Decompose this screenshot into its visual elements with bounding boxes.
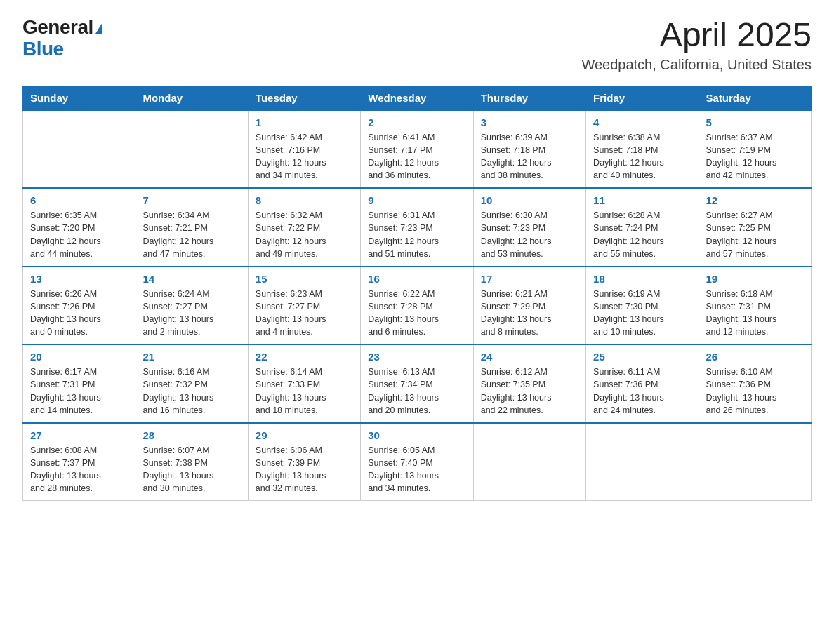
day-info: Sunrise: 6:17 AM Sunset: 7:31 PM Dayligh… (30, 365, 128, 417)
day-info: Sunrise: 6:26 AM Sunset: 7:26 PM Dayligh… (30, 288, 128, 339)
week-row-2: 6Sunrise: 6:35 AM Sunset: 7:20 PM Daylig… (23, 188, 812, 267)
day-info: Sunrise: 6:10 AM Sunset: 7:36 PM Dayligh… (706, 365, 804, 417)
day-cell: 21Sunrise: 6:16 AM Sunset: 7:32 PM Dayli… (135, 344, 248, 423)
day-number: 17 (481, 273, 578, 285)
day-cell: 4Sunrise: 6:38 AM Sunset: 7:18 PM Daylig… (586, 110, 699, 189)
logo-general: General (22, 17, 93, 39)
day-cell: 19Sunrise: 6:18 AM Sunset: 7:31 PM Dayli… (699, 267, 811, 345)
day-info: Sunrise: 6:18 AM Sunset: 7:31 PM Dayligh… (706, 288, 804, 339)
day-number: 6 (30, 194, 128, 206)
day-number: 25 (593, 351, 691, 363)
day-info: Sunrise: 6:16 AM Sunset: 7:32 PM Dayligh… (143, 365, 240, 417)
day-cell: 30Sunrise: 6:05 AM Sunset: 7:40 PM Dayli… (361, 423, 473, 501)
day-cell: 20Sunrise: 6:17 AM Sunset: 7:31 PM Dayli… (23, 344, 135, 423)
day-number: 15 (256, 273, 353, 285)
day-cell: 22Sunrise: 6:14 AM Sunset: 7:33 PM Dayli… (248, 344, 360, 423)
day-info: Sunrise: 6:38 AM Sunset: 7:18 PM Dayligh… (593, 131, 691, 182)
day-info: Sunrise: 6:39 AM Sunset: 7:18 PM Dayligh… (481, 131, 578, 182)
day-info: Sunrise: 6:28 AM Sunset: 7:24 PM Dayligh… (593, 209, 691, 260)
day-number: 13 (30, 273, 128, 285)
day-cell (699, 423, 811, 501)
day-cell: 28Sunrise: 6:07 AM Sunset: 7:38 PM Dayli… (135, 423, 248, 501)
day-cell: 12Sunrise: 6:27 AM Sunset: 7:25 PM Dayli… (699, 188, 811, 267)
day-info: Sunrise: 6:12 AM Sunset: 7:35 PM Dayligh… (481, 365, 578, 417)
day-number: 4 (593, 116, 691, 128)
day-of-week-friday: Friday (586, 86, 699, 110)
day-info: Sunrise: 6:05 AM Sunset: 7:40 PM Dayligh… (368, 444, 465, 495)
day-cell: 16Sunrise: 6:22 AM Sunset: 7:28 PM Dayli… (361, 267, 473, 345)
day-info: Sunrise: 6:07 AM Sunset: 7:38 PM Dayligh… (143, 444, 240, 495)
day-info: Sunrise: 6:13 AM Sunset: 7:34 PM Dayligh… (368, 365, 465, 417)
day-info: Sunrise: 6:32 AM Sunset: 7:22 PM Dayligh… (256, 209, 353, 260)
day-number: 16 (368, 273, 465, 285)
day-info: Sunrise: 6:23 AM Sunset: 7:27 PM Dayligh… (256, 288, 353, 339)
day-number: 12 (706, 194, 804, 206)
day-number: 1 (256, 116, 353, 128)
day-cell: 24Sunrise: 6:12 AM Sunset: 7:35 PM Dayli… (473, 344, 585, 423)
day-info: Sunrise: 6:11 AM Sunset: 7:36 PM Dayligh… (593, 365, 691, 417)
day-cell: 26Sunrise: 6:10 AM Sunset: 7:36 PM Dayli… (699, 344, 811, 423)
month-title: April 2025 (581, 17, 812, 54)
day-number: 28 (143, 429, 240, 441)
day-number: 23 (368, 351, 465, 363)
day-cell (473, 423, 585, 501)
day-cell: 1Sunrise: 6:42 AM Sunset: 7:16 PM Daylig… (248, 110, 360, 189)
day-info: Sunrise: 6:37 AM Sunset: 7:19 PM Dayligh… (706, 131, 804, 182)
day-cell: 15Sunrise: 6:23 AM Sunset: 7:27 PM Dayli… (248, 267, 360, 345)
day-number: 11 (593, 194, 691, 206)
day-info: Sunrise: 6:22 AM Sunset: 7:28 PM Dayligh… (368, 288, 465, 339)
location-title: Weedpatch, California, United States (581, 57, 812, 73)
day-number: 10 (481, 194, 578, 206)
day-cell: 10Sunrise: 6:30 AM Sunset: 7:23 PM Dayli… (473, 188, 585, 267)
day-number: 18 (593, 273, 691, 285)
days-of-week-row: SundayMondayTuesdayWednesdayThursdayFrid… (23, 86, 812, 110)
day-cell: 9Sunrise: 6:31 AM Sunset: 7:23 PM Daylig… (361, 188, 473, 267)
day-number: 26 (706, 351, 804, 363)
day-number: 22 (256, 351, 353, 363)
day-number: 5 (706, 116, 804, 128)
logo-triangle-icon (95, 22, 102, 34)
day-number: 24 (481, 351, 578, 363)
day-info: Sunrise: 6:41 AM Sunset: 7:17 PM Dayligh… (368, 131, 465, 182)
week-row-3: 13Sunrise: 6:26 AM Sunset: 7:26 PM Dayli… (23, 267, 812, 345)
week-row-4: 20Sunrise: 6:17 AM Sunset: 7:31 PM Dayli… (23, 344, 812, 423)
calendar-table: SundayMondayTuesdayWednesdayThursdayFrid… (22, 86, 812, 502)
day-number: 3 (481, 116, 578, 128)
day-info: Sunrise: 6:27 AM Sunset: 7:25 PM Dayligh… (706, 209, 804, 260)
day-number: 30 (368, 429, 465, 441)
day-number: 27 (30, 429, 128, 441)
day-cell (135, 110, 248, 189)
day-cell: 5Sunrise: 6:37 AM Sunset: 7:19 PM Daylig… (699, 110, 811, 189)
day-of-week-saturday: Saturday (699, 86, 811, 110)
day-number: 2 (368, 116, 465, 128)
day-cell: 14Sunrise: 6:24 AM Sunset: 7:27 PM Dayli… (135, 267, 248, 345)
day-number: 9 (368, 194, 465, 206)
day-cell: 8Sunrise: 6:32 AM Sunset: 7:22 PM Daylig… (248, 188, 360, 267)
day-cell: 18Sunrise: 6:19 AM Sunset: 7:30 PM Dayli… (586, 267, 699, 345)
day-info: Sunrise: 6:35 AM Sunset: 7:20 PM Dayligh… (30, 209, 128, 260)
day-of-week-tuesday: Tuesday (248, 86, 360, 110)
day-number: 20 (30, 351, 128, 363)
day-number: 14 (143, 273, 240, 285)
day-of-week-monday: Monday (135, 86, 248, 110)
day-number: 8 (256, 194, 353, 206)
day-info: Sunrise: 6:24 AM Sunset: 7:27 PM Dayligh… (143, 288, 240, 339)
day-cell: 25Sunrise: 6:11 AM Sunset: 7:36 PM Dayli… (586, 344, 699, 423)
day-info: Sunrise: 6:31 AM Sunset: 7:23 PM Dayligh… (368, 209, 465, 260)
day-info: Sunrise: 6:08 AM Sunset: 7:37 PM Dayligh… (30, 444, 128, 495)
day-info: Sunrise: 6:30 AM Sunset: 7:23 PM Dayligh… (481, 209, 578, 260)
day-number: 7 (143, 194, 240, 206)
day-number: 29 (256, 429, 353, 441)
day-of-week-wednesday: Wednesday (361, 86, 473, 110)
day-cell: 13Sunrise: 6:26 AM Sunset: 7:26 PM Dayli… (23, 267, 135, 345)
title-area: April 2025 Weedpatch, California, United… (581, 17, 812, 73)
day-cell: 11Sunrise: 6:28 AM Sunset: 7:24 PM Dayli… (586, 188, 699, 267)
day-cell: 29Sunrise: 6:06 AM Sunset: 7:39 PM Dayli… (248, 423, 360, 501)
day-cell: 2Sunrise: 6:41 AM Sunset: 7:17 PM Daylig… (361, 110, 473, 189)
day-cell: 7Sunrise: 6:34 AM Sunset: 7:21 PM Daylig… (135, 188, 248, 267)
day-number: 19 (706, 273, 804, 285)
week-row-1: 1Sunrise: 6:42 AM Sunset: 7:16 PM Daylig… (23, 110, 812, 189)
day-of-week-thursday: Thursday (473, 86, 585, 110)
day-info: Sunrise: 6:19 AM Sunset: 7:30 PM Dayligh… (593, 288, 691, 339)
day-info: Sunrise: 6:14 AM Sunset: 7:33 PM Dayligh… (256, 365, 353, 417)
